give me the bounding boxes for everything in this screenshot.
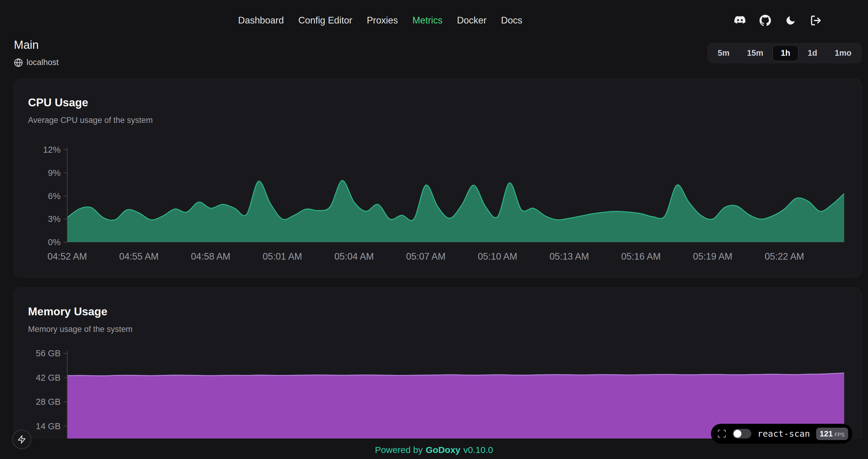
svg-text:14 GB: 14 GB (36, 421, 61, 431)
svg-text:12%: 12% (43, 145, 61, 155)
svg-text:05:07 AM: 05:07 AM (406, 251, 445, 262)
svg-text:6%: 6% (48, 191, 61, 201)
react-scan-toggle[interactable] (733, 429, 751, 438)
nav-item-dashboard[interactable]: Dashboard (238, 15, 284, 26)
svg-text:05:13 AM: 05:13 AM (550, 251, 589, 262)
host-row: localhost (14, 58, 59, 67)
toggle-knob (734, 430, 741, 438)
svg-text:56 GB: 56 GB (36, 349, 61, 358)
fps-value: 121 (820, 429, 833, 438)
logout-icon[interactable] (809, 13, 823, 27)
nav-item-metrics[interactable]: Metrics (412, 15, 442, 26)
fps-badge: 121 FPS (816, 428, 848, 440)
memory-chart[interactable]: 14 GB28 GB42 GB56 GB (14, 288, 862, 438)
fps-unit: FPS (835, 432, 844, 438)
nav-item-proxies[interactable]: Proxies (367, 15, 398, 26)
svg-text:42 GB: 42 GB (36, 373, 61, 383)
time-range-1d[interactable]: 1d (800, 45, 826, 61)
svg-text:05:16 AM: 05:16 AM (621, 251, 661, 262)
time-range-selector: 5m 15m 1h 1d 1mo (707, 43, 862, 64)
godoxy-link[interactable]: GoDoxy (426, 445, 460, 455)
svg-text:04:58 AM: 04:58 AM (191, 251, 230, 262)
svg-text:28 GB: 28 GB (36, 397, 61, 406)
quick-actions-button[interactable] (12, 430, 31, 449)
cpu-usage-card: CPU Usage Average CPU usage of the syste… (14, 78, 862, 277)
react-scan-toolbar[interactable]: react-scan 121 FPS (711, 424, 852, 444)
powered-by-text: Powered by (375, 445, 423, 455)
zap-icon (17, 435, 26, 444)
svg-text:05:01 AM: 05:01 AM (262, 251, 302, 262)
host-label: localhost (27, 58, 59, 67)
svg-text:3%: 3% (48, 214, 61, 224)
globe-icon (14, 58, 23, 67)
dark-mode-icon[interactable] (784, 13, 798, 27)
svg-text:05:19 AM: 05:19 AM (693, 251, 733, 262)
memory-usage-card: Memory Usage Memory usage of the system … (14, 288, 862, 438)
time-range-5m[interactable]: 5m (710, 45, 738, 61)
footer: Powered byGoDoxyv0.10.0 (0, 445, 868, 455)
main-nav: Dashboard Config Editor Proxies Metrics … (238, 12, 522, 29)
svg-text:04:55 AM: 04:55 AM (119, 251, 158, 262)
version-text: v0.10.0 (464, 445, 493, 455)
svg-text:05:04 AM: 05:04 AM (334, 251, 374, 262)
time-range-1mo[interactable]: 1mo (827, 45, 860, 61)
svg-text:05:22 AM: 05:22 AM (765, 251, 804, 262)
discord-icon[interactable] (733, 13, 747, 27)
github-icon[interactable] (758, 13, 772, 27)
page-title: Main (14, 38, 38, 52)
svg-text:9%: 9% (48, 168, 61, 178)
inspect-icon[interactable] (717, 429, 727, 438)
metrics-page: Dashboard Config Editor Proxies Metrics … (0, 0, 868, 459)
cpu-chart[interactable]: 0%3%6%9%12%04:52 AM04:55 AM04:58 AM05:01… (14, 79, 862, 277)
react-scan-label: react-scan (757, 429, 810, 439)
header-icon-bar (733, 13, 823, 28)
nav-item-config-editor[interactable]: Config Editor (299, 15, 352, 26)
time-range-1h[interactable]: 1h (772, 45, 798, 61)
svg-text:0%: 0% (48, 237, 61, 247)
svg-text:05:10 AM: 05:10 AM (478, 251, 517, 262)
nav-item-docker[interactable]: Docker (457, 15, 487, 26)
svg-text:04:52 AM: 04:52 AM (48, 251, 87, 262)
nav-item-docs[interactable]: Docs (501, 15, 522, 26)
time-range-15m[interactable]: 15m (739, 45, 771, 61)
